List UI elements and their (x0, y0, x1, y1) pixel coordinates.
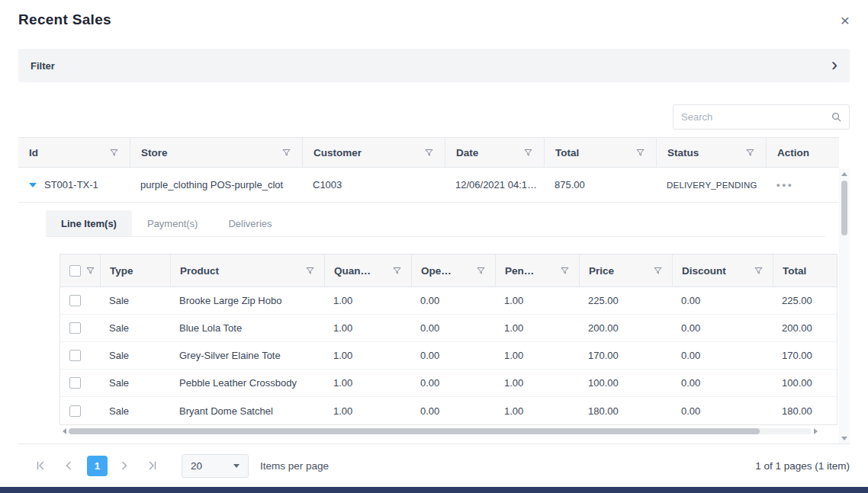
page-size-select[interactable]: 20 (182, 454, 249, 478)
type-cell: Sale (100, 295, 170, 306)
page-size-value: 20 (191, 460, 202, 472)
tab-deliveries[interactable]: Deliveries (213, 210, 287, 236)
quantity-cell: 1.00 (324, 322, 411, 334)
sale-date-cell: 12/06/2021 04:1… (445, 168, 544, 202)
open-cell: 0.00 (411, 350, 495, 361)
tab-payments[interactable]: Payment(s) (132, 210, 213, 236)
column-header-date[interactable]: Date (445, 138, 544, 167)
status-badge: DELIVERY_PENDING (667, 181, 757, 190)
column-header-open[interactable]: Ope… (411, 255, 495, 287)
filter-icon[interactable] (392, 266, 402, 276)
chevron-right-icon: › (831, 56, 837, 74)
filter-icon[interactable] (476, 266, 486, 276)
line-item-row[interactable]: Sale Bryant Dome Satchel 1.00 0.00 1.00 … (60, 397, 837, 424)
price-cell: 225.00 (579, 295, 672, 306)
scroll-up-icon[interactable] (841, 172, 847, 176)
prev-page-button[interactable] (57, 454, 80, 477)
scroll-down-icon[interactable] (841, 437, 847, 440)
column-label: Total (783, 265, 806, 277)
column-label: Price (589, 265, 614, 277)
filter-panel-toggle[interactable]: Filter › (18, 49, 850, 82)
column-header-discount[interactable]: Discount (672, 255, 773, 287)
pending-cell: 1.00 (495, 295, 579, 306)
product-cell: Grey-Silver Elaine Tote (170, 350, 324, 361)
last-page-button[interactable] (141, 454, 164, 477)
current-page-button[interactable]: 1 (87, 456, 108, 476)
scroll-right-icon[interactable] (814, 428, 818, 434)
select-cell (60, 405, 100, 417)
line-item-row[interactable]: Sale Grey-Silver Elaine Tote 1.00 0.00 1… (60, 342, 837, 370)
discount-cell: 0.00 (672, 377, 773, 389)
horizontal-scrollbar[interactable] (63, 427, 818, 434)
page-title: Recent Sales (18, 11, 111, 28)
vertical-scroll-thumb[interactable] (841, 181, 847, 235)
line-item-row[interactable]: Sale Blue Lola Tote 1.00 0.00 1.00 200.0… (60, 315, 837, 342)
row-checkbox[interactable] (69, 377, 81, 389)
filter-icon[interactable] (109, 148, 119, 158)
pagination-bar: 1 20 Items per page 1 of 1 pages (1 item… (18, 450, 850, 481)
horizontal-scroll-track[interactable] (69, 428, 812, 434)
open-cell: 0.00 (411, 405, 495, 417)
close-icon[interactable]: × (841, 12, 850, 28)
column-header-price[interactable]: Price (579, 255, 672, 287)
column-label: Quan… (334, 265, 371, 277)
pending-cell: 1.00 (495, 322, 579, 334)
type-cell: Sale (100, 405, 170, 417)
column-header-pending[interactable]: Pen… (495, 255, 579, 287)
row-checkbox[interactable] (69, 350, 81, 361)
row-checkbox[interactable] (69, 405, 81, 417)
line-item-row[interactable]: Sale Pebble Leather Crossbody 1.00 0.00 … (60, 370, 837, 397)
type-cell: Sale (100, 377, 170, 389)
filter-icon[interactable] (523, 148, 533, 158)
product-cell: Blue Lola Tote (170, 322, 324, 334)
search-input[interactable] (674, 111, 831, 123)
tab-line-items[interactable]: Line Item(s) (46, 210, 132, 236)
row-checkbox[interactable] (69, 322, 81, 334)
quantity-cell: 1.00 (324, 350, 411, 361)
column-header-quantity[interactable]: Quan… (324, 255, 411, 287)
filter-icon[interactable] (635, 148, 645, 158)
sale-row[interactable]: ST001-TX-1 purple_clothing POS-purple_cl… (18, 168, 839, 203)
column-label: Product (180, 265, 219, 277)
product-cell: Bryant Dome Satchel (170, 405, 324, 417)
select-all-checkbox[interactable] (69, 265, 81, 277)
column-header-id[interactable]: Id (18, 138, 130, 167)
column-header-type[interactable]: Type (100, 255, 170, 287)
scroll-left-icon[interactable] (63, 428, 66, 434)
sale-store-cell: purple_clothing POS-purple_clot (130, 168, 302, 202)
next-page-button[interactable] (113, 454, 136, 477)
product-cell: Brooke Large Zip Hobo (170, 295, 324, 306)
vertical-scrollbar[interactable] (839, 168, 850, 444)
product-cell: Pebble Leather Crossbody (170, 377, 324, 389)
column-label: Status (667, 147, 699, 158)
column-header-store[interactable]: Store (130, 138, 302, 167)
column-header-total[interactable]: Total (544, 138, 656, 167)
filter-icon[interactable] (305, 266, 315, 276)
row-checkbox[interactable] (69, 295, 81, 306)
action-menu-button[interactable]: ••• (776, 179, 794, 190)
type-cell: Sale (100, 350, 170, 361)
filter-icon[interactable] (754, 266, 764, 276)
filter-icon[interactable] (424, 148, 434, 158)
column-header-customer[interactable]: Customer (302, 138, 445, 167)
price-cell: 170.00 (579, 350, 672, 361)
column-label: Total (555, 147, 579, 158)
column-label: Pen… (505, 265, 534, 277)
horizontal-scroll-thumb[interactable] (69, 428, 760, 434)
select-cell (60, 295, 100, 306)
search-icon (831, 111, 842, 123)
filter-icon[interactable] (560, 266, 570, 276)
filter-icon[interactable] (281, 148, 291, 158)
discount-cell: 0.00 (672, 322, 773, 334)
line-item-row[interactable]: Sale Brooke Large Zip Hobo 1.00 0.00 1.0… (60, 287, 837, 315)
filter-icon[interactable] (653, 266, 663, 276)
column-header-action: Action (766, 138, 839, 167)
filter-icon[interactable] (745, 148, 755, 158)
first-page-button[interactable] (29, 454, 52, 477)
column-header-product[interactable]: Product (170, 255, 324, 287)
column-header-status[interactable]: Status (656, 138, 766, 167)
filter-icon[interactable] (85, 266, 95, 276)
column-label: Id (29, 147, 38, 158)
open-cell: 0.00 (411, 377, 495, 389)
collapse-caret-icon[interactable] (29, 183, 37, 187)
